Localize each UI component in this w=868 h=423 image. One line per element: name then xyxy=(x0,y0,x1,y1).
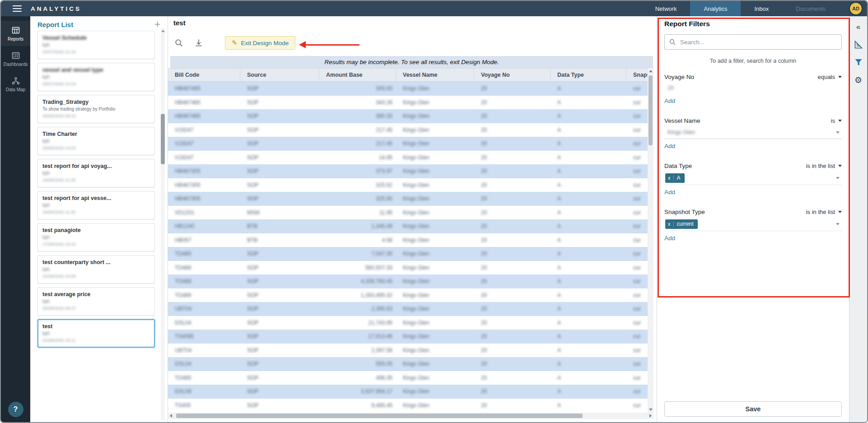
table-row[interactable]: V19247SOP217.45Kings Glen20Acur xyxy=(168,137,648,151)
table-row[interactable]: HB1240BTB1,345.49Kings Glen20Acur xyxy=(168,219,648,233)
report-card[interactable]: test average pricekph05/06/2025 09:47 xyxy=(37,287,155,316)
table-row[interactable]: V19247SOP14.95Kings Glen20Acur xyxy=(168,151,648,165)
column-header-snapshot-type[interactable]: Snapshot Type xyxy=(626,69,648,81)
table-row[interactable]: HB467305SOP373.97Kings Glen20Acur xyxy=(168,164,648,178)
table-row[interactable]: TS4085SOP17,913.46Kings Glen20Acur xyxy=(168,330,648,344)
filter-operator-dropdown[interactable]: is in the list xyxy=(806,163,842,169)
table-row[interactable]: HB467465SOP343.26Kings Glen20Acur xyxy=(168,96,648,110)
scroll-down-icon[interactable] xyxy=(649,409,653,411)
table-cell: 555.05 xyxy=(319,357,396,371)
add-filter-value-link[interactable]: Add xyxy=(664,98,675,104)
column-header-vessel-name[interactable]: Vessel Name xyxy=(396,69,474,81)
table-row[interactable]: V19247SOP217.45Kings Glen20Acur xyxy=(168,123,648,137)
help-button[interactable]: ? xyxy=(8,402,23,417)
report-card[interactable]: Time Charterkph25/06/2025 14:02 xyxy=(37,127,155,155)
table-row[interactable]: UBT04SOP2,395.53Kings Glen20Acur xyxy=(168,302,648,316)
sidebar-item-label: Reports xyxy=(1,37,30,42)
filter-icon[interactable] xyxy=(853,57,864,68)
report-card[interactable]: Vessel Schedulekph02/07/2025 21:26 xyxy=(37,31,155,59)
filter-operator-label: is in the list xyxy=(806,163,835,169)
search-icon[interactable] xyxy=(174,38,183,47)
vertical-scroll-thumb[interactable] xyxy=(649,75,653,145)
filter-operator-dropdown[interactable]: equals xyxy=(818,74,842,80)
table-row[interactable]: TO489SOP1,283,495.32Kings Glen20Acur xyxy=(168,288,648,302)
nav-documents[interactable]: Documents xyxy=(782,1,839,16)
add-filter-value-link[interactable]: Add xyxy=(664,189,675,195)
table-row[interactable]: HB467305SOP325.50Kings Glen20Acur xyxy=(168,192,648,206)
column-header-bill-code[interactable]: Bill Code xyxy=(168,69,240,81)
table-row[interactable]: DSL04SOP555.05Kings Glen20Acur xyxy=(168,357,648,371)
report-card-title: Time Charter xyxy=(42,131,150,137)
scroll-up-icon[interactable] xyxy=(649,70,653,72)
avatar[interactable]: AD xyxy=(849,2,863,15)
sidebar-item-reports[interactable]: Reports xyxy=(1,21,30,46)
report-list-scroll-thumb[interactable] xyxy=(161,114,165,164)
report-card-date: 03/07/2025 10:18 xyxy=(42,81,150,86)
column-header-amount-base[interactable]: Amount Base xyxy=(319,69,396,81)
save-button[interactable]: Save xyxy=(664,401,842,417)
filter-operator-dropdown[interactable]: is xyxy=(831,117,842,124)
menu-icon[interactable] xyxy=(13,5,22,12)
table-row[interactable]: DSL08SOP3,537,994.17Kings Glen20Acur xyxy=(168,385,648,399)
table-cell: 20 xyxy=(474,330,551,344)
add-filter-value-link[interactable]: Add xyxy=(664,143,675,149)
scroll-right-icon[interactable] xyxy=(649,414,652,418)
table-row[interactable]: HB467305SOP325.52Kings Glen20Acur xyxy=(168,178,648,192)
report-card[interactable]: test panagiotekph17/06/2025 16:22 xyxy=(37,223,155,251)
table-row[interactable]: HB057BTB4.58Kings Glen20Acur xyxy=(168,233,648,247)
nav-analytics[interactable]: Analytics xyxy=(690,1,741,16)
report-list-header: Report List + xyxy=(37,19,160,30)
add-filter-value-link[interactable]: Add xyxy=(664,235,675,242)
table-row[interactable]: VD1201MSM11.95Kings Glen20Acur xyxy=(168,206,648,220)
sidebar-item-dashboards[interactable]: Dashboards xyxy=(1,46,30,71)
add-report-button[interactable]: + xyxy=(154,20,160,29)
table-row[interactable]: HB467465SOP380.33Kings Glen20Acur xyxy=(168,109,648,123)
nav-inbox[interactable]: Inbox xyxy=(741,1,782,16)
table-row[interactable]: DSL04SOP21,743.95Kings Glen20Acur xyxy=(168,316,648,330)
table-cell: 20 xyxy=(474,274,551,288)
design-mode-icon[interactable] xyxy=(853,39,864,50)
filter-operator-dropdown[interactable]: is in the list xyxy=(806,209,842,215)
table-cell: MSM xyxy=(240,206,319,220)
vertical-scrollbar[interactable] xyxy=(648,68,653,413)
column-header-data-type[interactable]: Data Type xyxy=(551,69,626,81)
filter-value-chips[interactable]: xcurrent xyxy=(664,217,842,231)
chip-remove-icon[interactable]: x xyxy=(665,175,674,181)
download-icon[interactable] xyxy=(194,38,203,47)
report-card[interactable]: vessel and vessel typekph03/07/2025 10:1… xyxy=(37,63,155,91)
scroll-left-icon[interactable] xyxy=(170,414,172,418)
sidebar-item-data-map[interactable]: Data Map xyxy=(1,71,30,97)
horizontal-scroll-thumb[interactable] xyxy=(176,414,583,418)
table-row[interactable]: TO485SOP7,547.35Kings Glen20Acur xyxy=(168,247,648,261)
column-header-source[interactable]: Source xyxy=(240,69,319,81)
table-row[interactable]: TS405SOP9,485.45Kings Glen20Acur xyxy=(168,399,648,413)
table-row[interactable]: TO488SOP580,507.33Kings Glen20Acur xyxy=(168,261,648,275)
chip-remove-icon[interactable]: x xyxy=(665,221,674,227)
scroll-up-icon[interactable] xyxy=(161,30,165,32)
report-card[interactable]: Trading_StrategyTo show trading strategy… xyxy=(37,95,155,123)
filter-value-chips[interactable]: xA xyxy=(664,171,842,185)
report-card[interactable]: test report for api voyag...kph19/06/202… xyxy=(37,159,155,187)
report-card[interactable]: test report for api vesse...kph19/06/202… xyxy=(37,191,155,219)
report-card-selected[interactable]: testkph02/06/2025 15:11 xyxy=(37,319,155,348)
horizontal-scrollbar[interactable] xyxy=(168,413,653,419)
exit-design-mode-button[interactable]: ✎ Exit Design Mode xyxy=(225,36,295,50)
filter-value-select[interactable]: Kings Glen xyxy=(664,126,842,139)
table-row[interactable]: UBT04SOP2,397.58Kings Glen20Acur xyxy=(168,344,648,358)
report-card-title: test panagiote xyxy=(42,227,150,233)
report-list-scrollbar[interactable] xyxy=(161,28,165,420)
table-cell: cur xyxy=(626,302,648,316)
table-cell: A xyxy=(551,219,626,233)
table-row[interactable]: TO485SOP498.35Kings Glen20Acur xyxy=(168,371,648,385)
table-cell: Kings Glen xyxy=(396,261,474,275)
table-row[interactable]: HB467465SOP305.50Kings Glen20Acur xyxy=(168,82,648,96)
filter-search-input[interactable] xyxy=(679,38,837,46)
collapse-panel-icon[interactable]: « xyxy=(853,22,864,33)
report-card[interactable]: test counterparty short ...kph12/06/2025… xyxy=(37,255,155,284)
table-row[interactable]: TO488SOP4,339,783.45Kings Glen20Acur xyxy=(168,274,648,288)
column-header-voyage-no[interactable]: Voyage No xyxy=(474,69,551,81)
table-cell: cur xyxy=(626,206,648,220)
nav-network[interactable]: Network xyxy=(642,1,691,16)
filter-value-input[interactable]: 20 xyxy=(664,82,842,94)
settings-gear-icon[interactable]: ⚙ xyxy=(853,74,864,85)
